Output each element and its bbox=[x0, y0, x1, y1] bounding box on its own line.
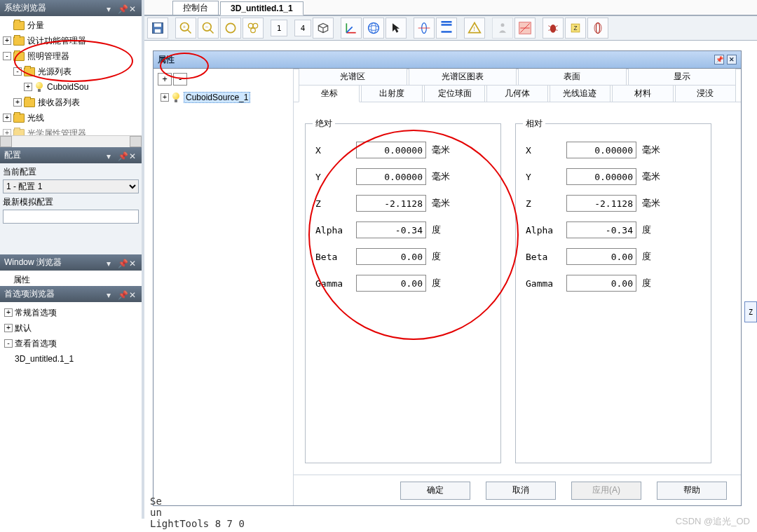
current-config-select[interactable]: 1 - 配置 1 bbox=[3, 179, 139, 193]
abs-beta-input[interactable] bbox=[356, 248, 426, 265]
tree-remove-button[interactable]: - bbox=[173, 73, 187, 86]
close-icon[interactable]: ✕ bbox=[727, 55, 737, 64]
abs-alpha-input[interactable] bbox=[356, 221, 426, 238]
ok-button[interactable]: 确定 bbox=[400, 482, 470, 500]
rel-y-input[interactable] bbox=[566, 168, 636, 185]
tree-item-ray[interactable]: + 光线 bbox=[1, 110, 142, 125]
expand-icon[interactable]: + bbox=[24, 83, 32, 91]
zoom-out-button[interactable]: − bbox=[198, 18, 219, 39]
zoom-in-button[interactable]: + bbox=[175, 18, 196, 39]
tree-item-source-list[interactable]: - 光源列表 bbox=[1, 64, 142, 79]
rel-gamma-input[interactable] bbox=[566, 275, 636, 292]
dropdown-icon[interactable]: ▾ bbox=[107, 4, 115, 13]
document-tabs: 控制台 3D_untitled.1_1 bbox=[144, 0, 757, 15]
tab-coord[interactable]: 坐标 bbox=[299, 85, 360, 102]
expand-icon[interactable]: + bbox=[161, 93, 169, 102]
rel-x-input[interactable] bbox=[566, 142, 636, 158]
pointer-button[interactable] bbox=[386, 18, 407, 39]
save-button[interactable] bbox=[147, 18, 168, 39]
tree-item-cuboid-source[interactable]: + CuboidSou bbox=[1, 79, 142, 95]
tree-item-properties[interactable]: 属性 bbox=[1, 272, 142, 286]
tab-raytrace[interactable]: 光线追迹 bbox=[550, 85, 611, 102]
list-button[interactable] bbox=[436, 18, 457, 39]
abs-z-input[interactable] bbox=[356, 195, 426, 212]
properties-titlebar[interactable]: 属性 📌 ✕ bbox=[154, 51, 741, 68]
tree-item-receiver-list[interactable]: + 接收器列表 bbox=[1, 95, 142, 110]
zoom-multi-button[interactable] bbox=[243, 18, 264, 39]
tree-item-light-mgr[interactable]: - 照明管理器 bbox=[1, 48, 142, 64]
collapse-icon[interactable]: - bbox=[3, 52, 11, 60]
expand-icon[interactable]: + bbox=[4, 308, 13, 317]
apply-button[interactable]: 应用(A) bbox=[571, 482, 641, 500]
expand-icon[interactable]: + bbox=[3, 36, 11, 45]
abs-y-input[interactable] bbox=[356, 168, 426, 185]
tree-item-default[interactable]: + 默认 bbox=[3, 320, 139, 336]
scrollbar-horizontal[interactable] bbox=[0, 135, 142, 147]
pin-icon[interactable]: 📌 bbox=[118, 151, 126, 160]
tab-console[interactable]: 控制台 bbox=[172, 1, 219, 15]
rel-z-input[interactable] bbox=[566, 195, 636, 212]
tab-3d-untitled[interactable]: 3D_untitled.1_1 bbox=[220, 1, 304, 15]
pin-icon[interactable]: 📌 bbox=[118, 4, 126, 13]
dropdown-icon[interactable]: ▾ bbox=[107, 290, 115, 299]
abs-x-input[interactable] bbox=[356, 142, 426, 158]
axes-button[interactable] bbox=[341, 18, 362, 39]
pin-icon[interactable]: 📌 bbox=[714, 55, 724, 64]
collapse-icon[interactable]: - bbox=[13, 67, 22, 76]
cancel-button[interactable]: 取消 bbox=[486, 482, 556, 500]
expand-icon[interactable]: + bbox=[13, 98, 22, 107]
pin-icon[interactable]: 📌 bbox=[118, 259, 126, 267]
tab-material[interactable]: 材料 bbox=[612, 85, 673, 102]
folder-icon bbox=[24, 67, 35, 76]
tab-immerse[interactable]: 浸没 bbox=[675, 85, 736, 102]
globe-button[interactable] bbox=[363, 18, 384, 39]
expand-icon[interactable]: + bbox=[4, 324, 13, 332]
view4-button[interactable]: 4 bbox=[294, 20, 311, 36]
rel-beta-input[interactable] bbox=[566, 248, 636, 265]
lens2-button[interactable] bbox=[587, 18, 608, 39]
side-z-marker: Z bbox=[744, 301, 757, 322]
tab-spectral-region[interactable]: 光谱区 bbox=[299, 69, 407, 86]
tab-display[interactable]: 显示 bbox=[628, 69, 737, 86]
tree-item-view-pref[interactable]: - 查看首选项 bbox=[3, 336, 139, 351]
close-icon[interactable]: ✕ bbox=[129, 259, 137, 267]
help-button[interactable]: 帮助 bbox=[657, 482, 727, 500]
close-icon[interactable]: ✕ bbox=[129, 290, 137, 299]
tab-sphere[interactable]: 定位球面 bbox=[424, 85, 485, 102]
view1-button[interactable]: 1 bbox=[271, 20, 287, 36]
rel-alpha-input[interactable] bbox=[566, 221, 636, 238]
svg-line-15 bbox=[346, 27, 352, 32]
zoom-fit-button[interactable] bbox=[220, 18, 241, 39]
person-button[interactable] bbox=[492, 18, 513, 39]
tree-item-design-mgr[interactable]: + 设计功能管理器 bbox=[1, 33, 142, 48]
tree-item-component[interactable]: 分量 bbox=[1, 18, 142, 33]
tree-item-general-pref[interactable]: + 常规首选项 bbox=[3, 305, 139, 320]
folder-icon bbox=[13, 114, 25, 123]
close-icon[interactable]: ✕ bbox=[129, 4, 137, 13]
bug-button[interactable] bbox=[543, 18, 564, 39]
dropdown-icon[interactable]: ▾ bbox=[107, 151, 115, 160]
cube-button[interactable] bbox=[313, 18, 334, 39]
tab-spectral-chart[interactable]: 光谱区图表 bbox=[409, 69, 517, 86]
expand-icon[interactable]: + bbox=[3, 114, 11, 122]
pin-icon[interactable]: 📌 bbox=[118, 290, 126, 299]
tab-emittance[interactable]: 出射度 bbox=[361, 85, 422, 102]
expand-icon[interactable]: + bbox=[3, 129, 11, 135]
tab-surface[interactable]: 表面 bbox=[518, 69, 627, 86]
svg-text:Z: Z bbox=[574, 25, 578, 32]
tab-geom[interactable]: 几何体 bbox=[486, 85, 547, 102]
tree-add-button[interactable]: + bbox=[158, 73, 172, 86]
latest-sim-input[interactable] bbox=[3, 210, 139, 224]
abs-gamma-input[interactable] bbox=[356, 275, 426, 292]
warning-button[interactable]: ! bbox=[464, 18, 485, 39]
ray-button[interactable] bbox=[514, 18, 536, 39]
close-icon[interactable]: ✕ bbox=[129, 151, 137, 160]
tree-item-doc[interactable]: 3D_untitled.1_1 bbox=[3, 351, 139, 367]
tree-item-opt-prop-mgr[interactable]: + 光学属性管理器 bbox=[1, 125, 142, 135]
lens-button[interactable] bbox=[414, 18, 435, 39]
tree-item-cuboid-source-1[interactable]: + CuboidSource_1 bbox=[159, 90, 289, 105]
folder-icon bbox=[13, 129, 25, 136]
z-plane-button[interactable]: Z bbox=[565, 18, 586, 39]
collapse-icon[interactable]: - bbox=[4, 339, 13, 348]
dropdown-icon[interactable]: ▾ bbox=[107, 259, 115, 267]
